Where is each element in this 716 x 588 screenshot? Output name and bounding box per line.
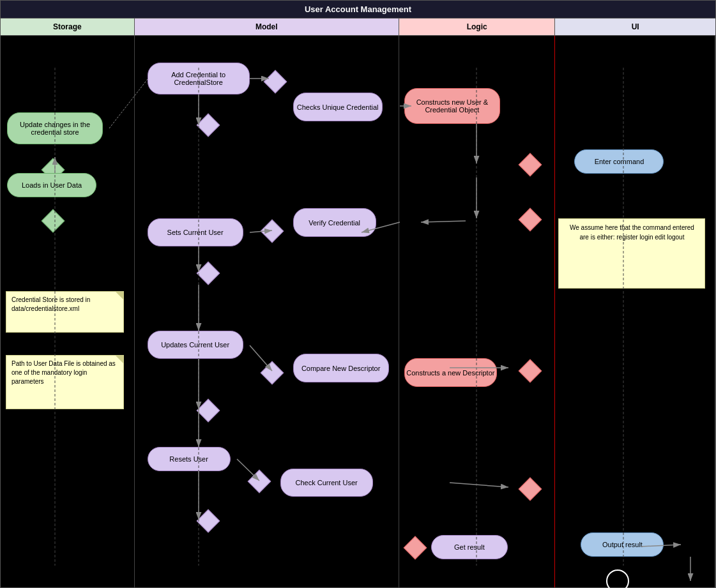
- enter-command-shape: Enter command: [574, 149, 664, 174]
- diamond-logic-3: [517, 358, 543, 384]
- update-changes-shape: Update changes in the credential store: [7, 112, 103, 144]
- check-current-user-shape: Check Current User: [280, 469, 373, 497]
- col-model: Add Credential to CredentialStore Checks…: [135, 36, 399, 587]
- diamond-model-3: [259, 218, 285, 244]
- constructs-descriptor-shape: Constructs a new Descriptor: [404, 358, 497, 387]
- col-header-logic: Logic: [399, 19, 556, 35]
- diamond-logic-2: [517, 207, 543, 232]
- title-bar: User Account Management: [1, 1, 715, 19]
- diagram-container: User Account Management Storage Model Lo…: [0, 0, 716, 588]
- diamond-model-8: [195, 508, 221, 534]
- col-header-ui: UI: [555, 19, 715, 35]
- checks-unique-shape: Checks Unique Credential: [293, 93, 383, 121]
- loads-user-data-shape: Loads in User Data: [7, 173, 96, 197]
- diamond-model-5: [259, 360, 285, 386]
- diamond-storage-2: [40, 208, 66, 234]
- user-data-note: Path to User Data File is obtained as on…: [6, 355, 124, 409]
- col-storage: Update changes in the credential store L…: [1, 36, 135, 587]
- diamond-model-6: [195, 398, 221, 423]
- col-logic: Constructs new User & Credential Object …: [399, 36, 556, 587]
- col-header-model: Model: [135, 19, 399, 35]
- sets-current-user-shape: Sets Current User: [148, 218, 243, 246]
- diamond-logic-4: [517, 476, 543, 502]
- output-result-shape: Output result: [581, 532, 664, 557]
- diamond-model-2: [195, 112, 221, 138]
- verify-credential-shape: Verify Credential: [293, 208, 376, 237]
- resets-user-shape: Resets User: [148, 447, 231, 471]
- diamond-logic-1: [517, 152, 543, 177]
- diamond-model-1: [263, 69, 288, 94]
- constructs-user-shape: Constructs new User & Credential Object: [404, 88, 500, 124]
- main-content: Update changes in the credential store L…: [1, 36, 715, 587]
- diamond-model-7: [247, 469, 272, 494]
- columns-header: Storage Model Logic UI: [1, 19, 715, 36]
- add-credential-shape: Add Credential to CredentialStore: [148, 63, 250, 94]
- diamond-logic-5: [402, 535, 428, 561]
- updates-current-user-shape: Updates Current User: [148, 331, 243, 359]
- diagram-title: User Account Management: [305, 4, 411, 14]
- col-ui: Enter command We assume here that the co…: [555, 36, 715, 587]
- credential-store-note: Credential Store is stored in data/crede…: [6, 291, 124, 333]
- annotation-box: We assume here that the command entered …: [558, 218, 705, 289]
- col-header-storage: Storage: [1, 19, 135, 35]
- get-result-shape: Get result: [431, 535, 508, 559]
- end-circle: [606, 569, 629, 588]
- compare-new-descriptor-shape: Compare New Descriptor: [293, 354, 389, 382]
- diamond-model-4: [195, 260, 221, 286]
